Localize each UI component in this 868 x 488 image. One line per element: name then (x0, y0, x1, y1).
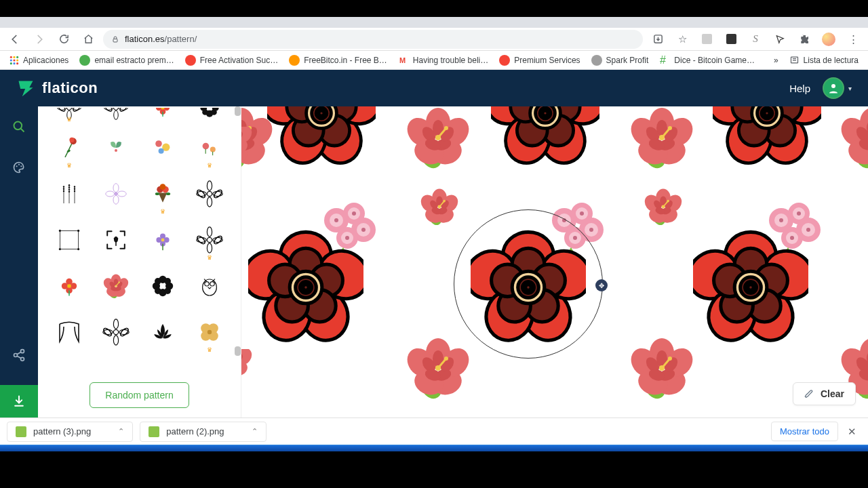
download-item[interactable]: pattern (2).png ⌃ (140, 422, 266, 442)
svg-text:M: M (399, 56, 406, 64)
url-bar[interactable]: flaticon.es/pattern/ (103, 30, 643, 49)
svg-line-148 (17, 356, 21, 358)
random-pattern-button[interactable]: Random pattern (90, 382, 189, 408)
palette-icon[interactable] (8, 157, 30, 178)
icon-cell[interactable] (189, 176, 231, 212)
svg-point-142 (18, 164, 20, 165)
premium-badge-icon: ♛ (160, 208, 165, 215)
left-rail (0, 106, 38, 418)
extension-icon-2[interactable] (722, 30, 741, 49)
bookmark-item[interactable]: #Dice - Bitcoin Game… (655, 52, 759, 68)
svg-rect-121 (702, 34, 712, 44)
canvas-poppy[interactable] (693, 230, 808, 345)
canvas-poppy[interactable] (491, 106, 599, 167)
canvas-hibiscus[interactable] (404, 106, 472, 171)
bookmarks-overflow[interactable]: » (770, 53, 783, 68)
icon-cell[interactable]: ♛ (47, 108, 90, 120)
clear-button[interactable]: Clear (793, 382, 856, 405)
bookmark-item[interactable]: FreeBitco.in - Free B… (285, 52, 391, 68)
icon-cell[interactable] (189, 108, 231, 120)
svg-point-131 (16, 62, 18, 64)
svg-point-126 (10, 59, 12, 61)
canvas-poppy[interactable] (267, 106, 376, 167)
selection-ring[interactable] (454, 209, 603, 359)
canvas-hibiscus[interactable] (628, 106, 696, 171)
chrome-menu-icon[interactable]: ⋮ (844, 30, 863, 49)
chevron-up-icon[interactable]: ⌃ (252, 427, 258, 436)
canvas-poppy[interactable] (248, 230, 363, 345)
icon-sidebar: ♛ ♛ ♛ ♛ ♛ (38, 106, 241, 418)
icon-cell[interactable] (47, 176, 90, 212)
browser-toolbar: flaticon.es/pattern/ ☆ S ⋮ (0, 28, 868, 51)
bookmark-star-icon[interactable]: ☆ (673, 30, 692, 49)
icon-grid: ♛ ♛ ♛ ♛ ♛ (47, 108, 231, 350)
forward-button[interactable] (30, 30, 49, 49)
canvas-poppy[interactable] (713, 106, 821, 167)
extension-icon-1[interactable] (697, 30, 716, 49)
svg-point-144 (14, 354, 18, 357)
install-app-icon[interactable] (648, 30, 667, 49)
icon-cell[interactable] (94, 314, 137, 350)
icon-cell[interactable] (94, 129, 137, 166)
extension-icon-s[interactable]: S (746, 30, 765, 49)
icon-cell[interactable] (142, 129, 184, 166)
share-icon[interactable] (8, 344, 30, 366)
icon-cell[interactable] (94, 176, 137, 212)
canvas-hibiscus[interactable] (404, 334, 472, 402)
bookmark-item[interactable]: MHaving trouble beli… (394, 52, 492, 68)
icon-cell[interactable] (94, 222, 137, 258)
icon-cell[interactable] (47, 314, 90, 350)
icon-cell[interactable] (47, 268, 90, 304)
svg-point-125 (16, 56, 18, 58)
download-button[interactable] (0, 385, 38, 418)
icon-cell[interactable] (142, 108, 184, 120)
canvas-hibiscus[interactable] (241, 349, 254, 379)
bookmark-item[interactable]: Spark Profit (587, 52, 653, 68)
icon-cell[interactable] (142, 314, 184, 350)
download-item[interactable]: pattern (3).png ⌃ (7, 422, 133, 442)
canvas-hibiscus[interactable] (241, 127, 254, 157)
chevron-up-icon[interactable]: ⌃ (118, 427, 124, 436)
icon-cell[interactable]: ♛ (47, 129, 90, 166)
bookmark-item[interactable]: Premium Services (495, 52, 584, 68)
canvas-hibiscus[interactable] (628, 334, 696, 402)
icon-cell[interactable]: ♛ (189, 129, 231, 166)
icon-cell[interactable]: ♛ (189, 314, 231, 350)
reload-button[interactable] (54, 30, 73, 49)
canvas-cherry[interactable] (419, 186, 460, 227)
bookmark-item[interactable]: email estracto prem… (75, 52, 178, 68)
icon-cell[interactable] (94, 268, 137, 304)
icon-cell[interactable]: ♛ (142, 176, 184, 212)
user-menu[interactable]: ▾ (823, 77, 852, 99)
canvas-hibiscus[interactable] (838, 106, 868, 171)
icon-cell[interactable] (94, 108, 137, 120)
back-button[interactable] (5, 30, 24, 49)
sidebar-scrollbar[interactable] (235, 106, 241, 418)
downloads-shelf: pattern (3).png ⌃ pattern (2).png ⌃ Most… (0, 418, 868, 445)
profile-avatar[interactable] (819, 30, 838, 49)
pattern-canvas[interactable]: ✥ Clear (241, 106, 868, 418)
reading-list[interactable]: Lista de lectura (785, 52, 863, 68)
extension-icon-cursor[interactable] (770, 30, 789, 49)
home-button[interactable] (79, 30, 98, 49)
show-all-downloads[interactable]: Mostrar todo (771, 422, 838, 441)
svg-point-128 (16, 59, 18, 61)
bookmarks-apps[interactable]: Aplicaciones (5, 53, 73, 68)
icon-cell[interactable] (47, 222, 90, 258)
help-link[interactable]: Help (789, 83, 810, 94)
close-shelf-button[interactable]: ✕ (842, 422, 861, 441)
black-letterbox-bottom (0, 445, 868, 481)
brand[interactable]: flaticon (16, 79, 98, 98)
premium-badge-icon: ♛ (66, 116, 72, 123)
icon-cell[interactable] (142, 268, 184, 304)
move-handle-icon[interactable]: ✥ (595, 279, 608, 291)
search-icon[interactable] (8, 116, 30, 138)
brand-name: flaticon (42, 79, 98, 97)
icon-cell[interactable] (189, 268, 231, 304)
svg-point-129 (10, 62, 12, 64)
extensions-puzzle-icon[interactable] (795, 30, 814, 49)
bookmark-item[interactable]: Free Activation Suc… (181, 52, 282, 68)
canvas-cherry[interactable] (643, 186, 684, 227)
icon-cell[interactable]: ♛ (189, 222, 231, 258)
icon-cell[interactable] (142, 222, 184, 258)
